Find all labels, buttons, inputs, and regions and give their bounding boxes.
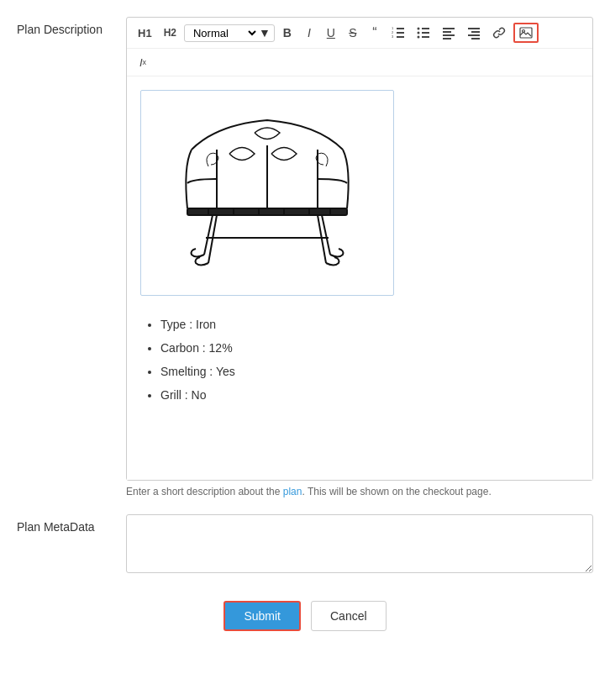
submit-button[interactable]: Submit xyxy=(223,601,301,631)
metadata-textarea[interactable] xyxy=(126,514,593,573)
editor-body[interactable]: Type : Iron Carbon : 12% Smelting : Yes … xyxy=(127,76,592,480)
svg-rect-2 xyxy=(397,36,404,38)
italic-button[interactable]: I xyxy=(300,23,318,43)
align-left-button[interactable] xyxy=(438,23,460,43)
plan-description-row: Plan Description H1 H2 Normal Heading 1 … xyxy=(17,17,593,497)
svg-rect-16 xyxy=(468,28,480,29)
svg-text:3: 3 xyxy=(392,34,394,39)
svg-rect-14 xyxy=(443,34,455,36)
svg-rect-1 xyxy=(397,32,404,34)
format-select-wrapper[interactable]: Normal Heading 1 Heading 2 Heading 3 ▼ xyxy=(184,24,275,42)
list-item: Type : Iron xyxy=(160,313,579,336)
quote-button[interactable]: “ xyxy=(365,23,384,43)
description-list: Type : Iron Carbon : 12% Smelting : Yes … xyxy=(140,313,579,407)
svg-rect-15 xyxy=(443,38,451,39)
list-item: Carbon : 12% xyxy=(160,336,579,360)
svg-point-6 xyxy=(417,28,419,30)
svg-rect-12 xyxy=(443,28,455,29)
helper-text-highlight: plan xyxy=(283,486,302,497)
underline-button[interactable]: U xyxy=(322,23,340,43)
list-item: Grill : No xyxy=(160,383,579,407)
plan-metadata-row: Plan MetaData xyxy=(17,514,593,576)
h2-button[interactable]: H2 xyxy=(160,23,181,43)
cancel-button[interactable]: Cancel xyxy=(311,601,387,631)
h1-button[interactable]: H1 xyxy=(134,23,156,43)
format-select[interactable]: Normal Heading 1 Heading 2 Heading 3 xyxy=(188,26,259,40)
list-item: Smelting : Yes xyxy=(160,360,579,383)
svg-point-8 xyxy=(417,32,419,34)
editor-toolbar-row2: Ix xyxy=(127,49,592,76)
plan-metadata-content xyxy=(126,514,593,576)
image-frame xyxy=(140,90,394,296)
svg-rect-17 xyxy=(471,31,480,33)
rich-text-editor: H1 H2 Normal Heading 1 Heading 2 Heading… xyxy=(126,17,593,481)
svg-rect-11 xyxy=(422,36,429,38)
clear-format-button[interactable]: Ix xyxy=(134,52,152,72)
svg-rect-25 xyxy=(187,208,347,215)
link-button[interactable] xyxy=(488,23,510,43)
plan-description-content: H1 H2 Normal Heading 1 Heading 2 Heading… xyxy=(126,17,593,497)
helper-text: Enter a short description about the plan… xyxy=(126,486,593,497)
svg-line-34 xyxy=(208,215,217,263)
plan-metadata-label: Plan MetaData xyxy=(17,514,126,536)
svg-rect-7 xyxy=(422,28,429,29)
svg-rect-19 xyxy=(471,38,480,39)
bold-button[interactable]: B xyxy=(278,23,297,43)
chevron-down-icon: ▼ xyxy=(259,26,271,39)
svg-rect-13 xyxy=(443,31,451,33)
svg-rect-20 xyxy=(520,28,532,38)
svg-rect-0 xyxy=(397,28,404,29)
form-buttons: Submit Cancel xyxy=(17,601,593,631)
bench-image xyxy=(150,99,385,284)
svg-line-35 xyxy=(318,215,326,263)
plan-description-label: Plan Description xyxy=(17,17,126,39)
unordered-list-button[interactable] xyxy=(413,23,434,43)
strikethrough-button[interactable]: S xyxy=(344,23,362,43)
svg-point-10 xyxy=(417,36,419,39)
align-right-button[interactable] xyxy=(463,23,485,43)
ordered-list-button[interactable]: 123 xyxy=(387,23,409,43)
svg-rect-18 xyxy=(468,34,480,36)
editor-toolbar: H1 H2 Normal Heading 1 Heading 2 Heading… xyxy=(127,18,592,49)
image-button[interactable] xyxy=(513,23,539,43)
svg-rect-9 xyxy=(422,32,429,34)
